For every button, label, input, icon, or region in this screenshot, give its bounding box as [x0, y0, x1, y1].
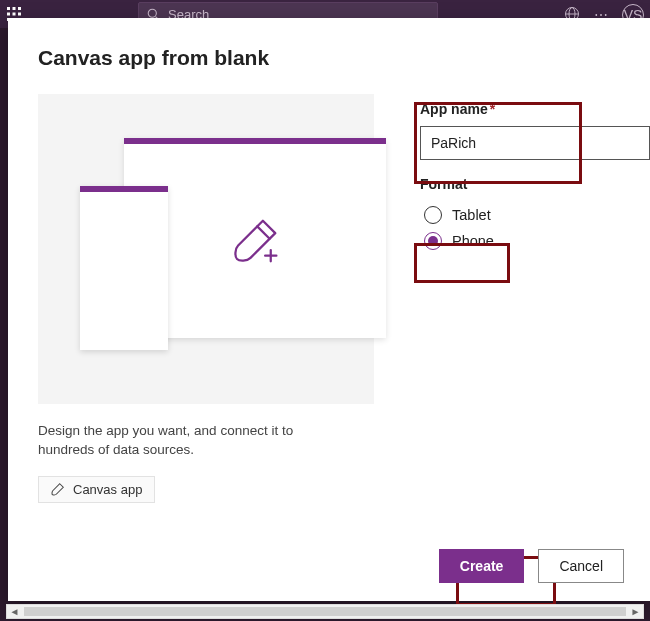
svg-point-9 — [148, 9, 156, 17]
dialog-title: Canvas app from blank — [38, 46, 620, 70]
svg-rect-4 — [13, 13, 16, 16]
phone-preview — [80, 186, 168, 350]
scroll-thumb[interactable] — [24, 607, 626, 616]
app-type-tag[interactable]: Canvas app — [38, 476, 155, 503]
preview-column: Design the app you want, and connect it … — [38, 94, 374, 503]
preview-description: Design the app you want, and connect it … — [38, 422, 338, 460]
svg-rect-5 — [18, 13, 21, 16]
format-option-phone[interactable]: Phone — [420, 228, 500, 254]
svg-rect-2 — [18, 7, 21, 10]
svg-rect-3 — [7, 13, 10, 16]
device-preview — [38, 94, 374, 404]
format-option-tablet-label: Tablet — [452, 207, 491, 223]
format-radio-group: Tablet Phone — [420, 202, 650, 254]
app-name-label: App name* — [420, 101, 495, 117]
app-name-field: App name* — [420, 100, 650, 160]
svg-rect-0 — [7, 7, 10, 10]
format-option-tablet[interactable]: Tablet — [420, 202, 497, 228]
create-button[interactable]: Create — [439, 549, 525, 583]
form-column: App name* Format Tablet Phone — [420, 94, 650, 503]
cancel-button[interactable]: Cancel — [538, 549, 624, 583]
format-option-phone-label: Phone — [452, 233, 494, 249]
app-name-input[interactable] — [420, 126, 650, 160]
app-type-tag-label: Canvas app — [73, 482, 142, 497]
dialog-footer: Create Cancel — [439, 549, 624, 583]
radio-icon — [424, 206, 442, 224]
required-star: * — [490, 101, 495, 117]
scroll-left-icon[interactable]: ◄ — [7, 605, 22, 618]
radio-icon — [424, 232, 442, 250]
brush-small-icon — [51, 482, 65, 496]
create-canvas-app-dialog: Canvas app from blank — [8, 18, 650, 601]
svg-rect-1 — [13, 7, 16, 10]
format-label: Format — [420, 176, 650, 192]
horizontal-scrollbar[interactable]: ◄ ► — [6, 604, 644, 619]
scroll-right-icon[interactable]: ► — [628, 605, 643, 618]
brush-icon — [228, 214, 282, 268]
